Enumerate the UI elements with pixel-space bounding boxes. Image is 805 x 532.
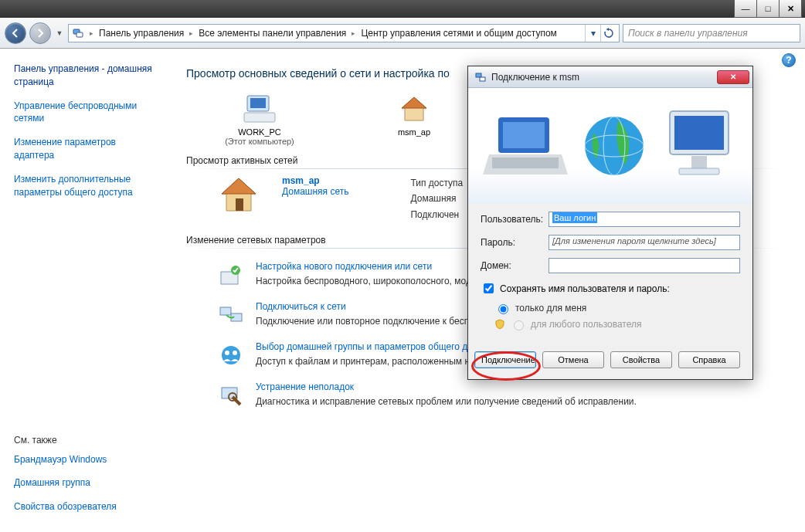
breadcrumb-seg-2[interactable]: Центр управления сетями и общим доступом: [361, 28, 557, 39]
prop-access-type: Тип доступа: [410, 175, 463, 191]
dialog-illustration: [468, 88, 752, 204]
breadcrumb-seg-1[interactable]: Все элементы панели управления: [199, 28, 346, 39]
sidebar-link-sharing[interactable]: Изменить дополнительные параметры общего…: [14, 173, 157, 199]
svg-rect-21: [503, 122, 545, 148]
dialog-titlebar[interactable]: Подключение к msm ✕: [468, 66, 752, 88]
svg-rect-29: [679, 168, 719, 175]
svg-rect-1: [76, 32, 83, 37]
save-credentials-checkbox[interactable]: [484, 283, 494, 293]
help-button[interactable]: Справка: [678, 351, 740, 368]
chevron-right-icon: ▸: [349, 29, 358, 37]
map-node-router-name: msm_ap: [372, 127, 457, 137]
domain-input[interactable]: [549, 258, 740, 273]
connect-button[interactable]: Подключение: [474, 351, 536, 368]
svg-rect-3: [250, 98, 266, 108]
radio-any-user-label: для любого пользователя: [531, 319, 642, 330]
svg-rect-22: [492, 158, 559, 168]
window-titlebar: — □ ✕: [0, 0, 805, 18]
dialog-close-button[interactable]: ✕: [717, 70, 749, 84]
connect-icon: [217, 301, 245, 329]
minimize-icon: —: [742, 4, 750, 13]
history-dropdown[interactable]: ▼: [54, 29, 65, 37]
radio-any-user: [514, 320, 524, 330]
user-input[interactable]: Ваш логин: [549, 212, 740, 227]
dialog-form: Пользователь: Ваш логин Пароль: [Для изм…: [468, 204, 752, 344]
troubleshoot-icon: [217, 381, 245, 409]
dialog-buttons: Подключение Отмена Свойства Справка: [468, 344, 752, 379]
homegroup-icon: [217, 341, 245, 369]
house-icon: [217, 175, 263, 222]
setting-troubleshoot: Устранение неполадок Диагностика и испра…: [217, 381, 785, 409]
sidebar-home-link[interactable]: Панель управления - домашняя страница: [14, 63, 157, 89]
active-network-name-block: msm_ap Домашняя сеть: [279, 175, 348, 222]
svg-rect-4: [244, 113, 275, 122]
svg-point-14: [225, 351, 229, 355]
pass-label: Пароль:: [481, 237, 549, 248]
dialog-title: Подключение к msm: [491, 72, 712, 83]
map-node-pc: WORK_PC (Этот компьютер): [217, 93, 302, 146]
refresh-button[interactable]: [600, 25, 616, 42]
close-button[interactable]: ✕: [779, 0, 802, 18]
radio-only-me-label: только для меня: [515, 303, 586, 313]
connect-dialog: Подключение к msm ✕ Пользователь: Ваш ло…: [467, 66, 753, 380]
sidebar: Панель управления - домашняя страница Уп…: [0, 49, 166, 532]
breadcrumb-seg-0[interactable]: Панель управления: [99, 28, 184, 39]
cancel-button[interactable]: Отмена: [542, 351, 604, 368]
save-credentials-label: Сохранять имя пользователя и пароль:: [500, 283, 670, 294]
pass-input[interactable]: [Для изменения пароля щелкните здесь]: [549, 235, 740, 250]
chevron-right-icon: ▸: [87, 29, 96, 37]
forward-button[interactable]: [29, 22, 51, 44]
laptop-icon: [483, 103, 568, 188]
svg-rect-8: [236, 198, 243, 211]
house-icon: [372, 93, 457, 126]
search-input[interactable]: Поиск в панели управления: [623, 24, 800, 42]
maximize-icon: □: [766, 4, 771, 13]
globe-icon: [579, 111, 649, 181]
map-node-pc-name: WORK_PC: [217, 127, 302, 137]
setting-troubleshoot-desc: Диагностика и исправление сетевых пробле…: [256, 395, 785, 408]
active-network-name[interactable]: msm_ap: [282, 175, 348, 186]
map-node-pc-sub: (Этот компьютер): [217, 137, 302, 146]
user-input-value: Ваш логин: [552, 212, 597, 223]
svg-rect-28: [691, 156, 707, 168]
computer-icon: [217, 93, 302, 126]
navigation-bar: ▼ ▸ Панель управления ▸ Все элементы пан…: [0, 18, 805, 49]
sidebar-link-wireless[interactable]: Управление беспроводными сетями: [14, 100, 157, 126]
sidebar-seealso-ie[interactable]: Свойства обозревателя: [14, 500, 157, 513]
sidebar-see-also-title: См. также: [14, 435, 157, 446]
svg-point-13: [222, 346, 240, 364]
chevron-right-icon: ▸: [187, 29, 195, 37]
sidebar-link-adapter[interactable]: Изменение параметров адаптера: [14, 136, 157, 162]
active-network-type[interactable]: Домашняя сеть: [282, 186, 348, 197]
address-bar[interactable]: ▸ Панель управления ▸ Все элементы панел…: [68, 24, 620, 42]
wizard-icon: [217, 261, 245, 289]
minimize-button[interactable]: —: [734, 0, 757, 18]
sidebar-seealso-firewall[interactable]: Брандмауэр Windows: [14, 453, 157, 466]
svg-point-15: [233, 351, 237, 355]
maximize-button[interactable]: □: [756, 0, 780, 18]
setting-troubleshoot-title[interactable]: Устранение неполадок: [256, 381, 785, 392]
svg-rect-18: [476, 73, 481, 77]
prop-home: Домашняя: [410, 191, 463, 206]
properties-button[interactable]: Свойства: [610, 351, 672, 368]
active-network-props: Тип доступа Домашняя Подключен: [410, 175, 463, 222]
sidebar-seealso-homegroup[interactable]: Домашняя группа: [14, 476, 157, 490]
radio-only-me[interactable]: [498, 304, 508, 314]
svg-rect-27: [674, 116, 724, 150]
network-small-icon: [474, 71, 487, 83]
address-dropdown[interactable]: ▾: [585, 25, 600, 42]
back-button[interactable]: [5, 22, 26, 44]
prop-connected: Подключен: [410, 207, 463, 222]
help-icon[interactable]: ?: [782, 53, 796, 67]
search-placeholder: Поиск в панели управления: [628, 28, 748, 39]
domain-label: Домен:: [481, 260, 549, 271]
close-icon: ✕: [787, 4, 794, 14]
network-icon: [72, 27, 84, 39]
user-label: Пользователь:: [481, 214, 549, 225]
svg-rect-19: [480, 77, 485, 81]
map-node-router: msm_ap: [372, 93, 457, 137]
shield-icon: [494, 319, 505, 330]
svg-rect-11: [220, 307, 231, 315]
monitor-icon: [661, 103, 738, 188]
